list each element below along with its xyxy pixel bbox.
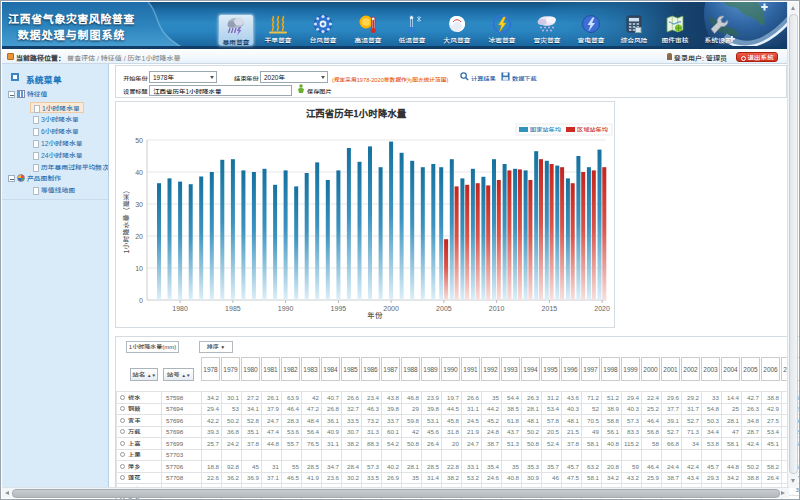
svg-text:1小时降水量（毫米）: 1小时降水量（毫米） [121,187,131,254]
svg-text:40: 40 [135,169,143,176]
svg-text:2020: 2020 [594,305,610,312]
svg-text:10: 10 [135,265,143,272]
svg-text:1980: 1980 [172,305,188,312]
svg-text:0: 0 [139,297,143,304]
svg-text:2015: 2015 [542,305,558,312]
svg-text:30: 30 [135,201,143,208]
svg-text:2000: 2000 [383,305,399,312]
svg-text:1990: 1990 [278,305,294,312]
svg-text:50: 50 [135,137,143,144]
svg-text:区域站年均: 区域站年均 [577,125,608,134]
svg-text:江西省历年1小时降水量: 江西省历年1小时降水量 [306,106,407,120]
svg-text:年份: 年份 [368,309,383,320]
svg-text:2010: 2010 [489,305,505,312]
svg-text:2005: 2005 [436,305,452,312]
svg-text:1995: 1995 [331,305,347,312]
svg-text:国家站年均: 国家站年均 [530,125,561,134]
svg-text:1985: 1985 [225,305,241,312]
svg-text:20: 20 [135,233,143,240]
